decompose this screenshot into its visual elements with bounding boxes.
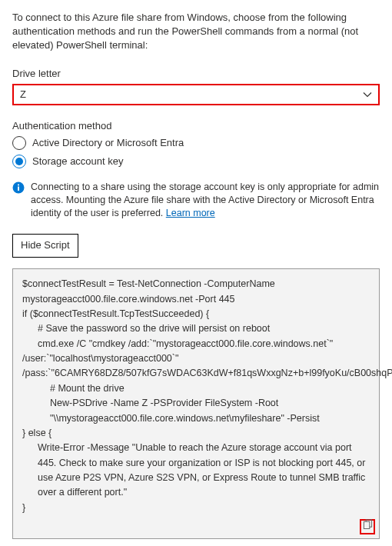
code-line: Write-Error -Message "Unable to reach th… [22,441,370,501]
auth-option-ad[interactable]: Active Directory or Microsoft Entra [12,136,380,150]
drive-letter-select[interactable]: Z [12,84,380,105]
radio-icon [12,136,26,150]
code-line: # Save the password so the drive will pe… [22,321,370,336]
code-line: # Mount the drive [22,381,370,396]
code-line: New-PSDrive -Name Z -PSProvider FileSyst… [22,396,370,426]
code-line: if ($connectTestResult.TcpTestSucceeded)… [22,307,370,321]
drive-letter-label: Drive letter [12,67,380,81]
chevron-down-icon [363,90,372,99]
copy-button[interactable] [360,519,375,534]
auth-method-label: Authentication method [12,119,380,133]
svg-rect-4 [364,522,369,529]
code-line: cmd.exe /C "cmdkey /add:`"mystorageacct0… [22,337,370,351]
auth-option-ad-label: Active Directory or Microsoft Entra [32,136,184,150]
radio-icon-selected [12,155,26,168]
info-banner: Connecting to a share using the storage … [12,181,380,220]
auth-option-key[interactable]: Storage account key [12,155,380,168]
hide-script-button[interactable]: Hide Script [12,234,78,258]
drive-letter-value: Z [20,88,363,102]
svg-rect-2 [18,185,19,186]
code-line: $connectTestResult = Test-NetConnection … [22,277,370,307]
info-text: Connecting to a share using the storage … [31,181,380,220]
code-line: /pass:`"6CAMRY68DZ8/507kfG7sWDAC63KdW+f8… [22,366,370,381]
code-line: /user:`"localhost\mystorageacct000`" [22,351,370,366]
code-line: } else { [22,426,370,441]
code-line: } [22,501,370,515]
script-block: $connectTestResult = Test-NetConnection … [12,268,380,539]
svg-rect-1 [18,187,19,191]
auth-option-key-label: Storage account key [32,155,124,168]
info-icon [12,181,25,194]
copy-icon [363,519,373,534]
learn-more-link[interactable]: Learn more [166,208,215,218]
intro-text: To connect to this Azure file share from… [12,11,380,53]
